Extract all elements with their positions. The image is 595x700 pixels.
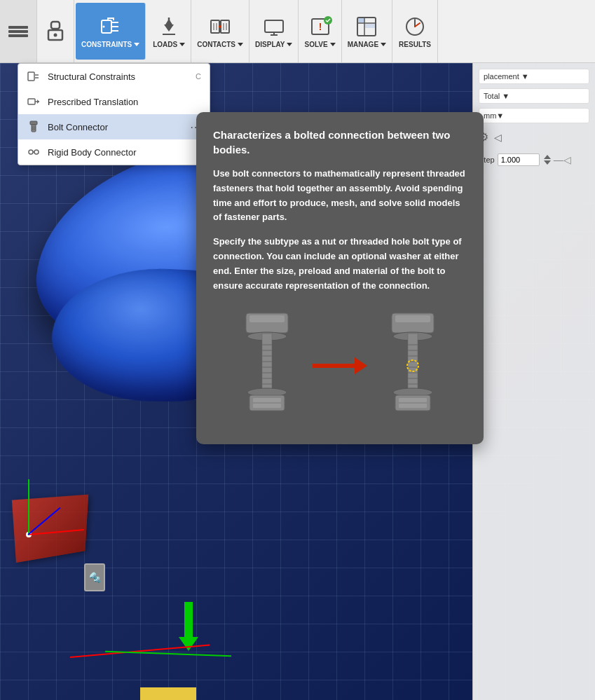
menu-item-structural[interactable]: Structural Constraints C [18, 64, 210, 89]
toolbar-constraints-group[interactable]: CONSTRAINTS [76, 3, 146, 60]
toolbar: CONSTRAINTS LOADS [0, 0, 595, 63]
total-label: Total ▼ [484, 92, 509, 100]
svg-point-42 [29, 150, 33, 154]
manage-label: MANAGE [348, 41, 386, 48]
unit-dropdown[interactable]: mm▼ [479, 108, 589, 123]
results-label: RESULTS [399, 41, 431, 48]
svg-marker-36 [37, 99, 39, 104]
loads-chevron-icon [179, 43, 185, 46]
svg-text:!: ! [318, 21, 322, 32]
results-icon [402, 14, 428, 39]
toolbar-icon-1 [6, 19, 31, 44]
svg-rect-0 [8, 26, 28, 29]
viewport-green-arrow [179, 602, 198, 651]
svg-rect-60 [253, 404, 281, 408]
svg-rect-29 [365, 24, 375, 28]
step-input[interactable] [498, 153, 540, 166]
svg-marker-13 [165, 19, 172, 25]
svg-rect-62 [395, 315, 430, 322]
svg-rect-37 [30, 121, 37, 125]
structural-constraints-icon [27, 69, 41, 83]
tooltip-paragraph2: Specify the subtype as a nut or threaded… [213, 235, 467, 293]
manage-icon [354, 14, 379, 39]
svg-rect-1 [8, 30, 28, 33]
step-slider-icon: —◁ [554, 154, 571, 165]
svg-rect-3 [51, 22, 60, 29]
structural-constraints-shortcut: C [196, 72, 201, 81]
svg-rect-18 [265, 20, 283, 32]
bolt-connector-icon [27, 120, 41, 134]
toolbar-display-group[interactable]: DISPLAY [249, 0, 299, 62]
arrow-head-icon [355, 357, 367, 374]
menu-item-bolt[interactable]: Bolt Connector ⋯ [18, 114, 210, 139]
svg-point-10 [102, 26, 104, 28]
toolbar-loads-group[interactable]: LOADS [147, 0, 191, 62]
bolt-connector-tooltip: Characterizes a bolted connection betwee… [196, 112, 484, 444]
svg-rect-58 [249, 395, 285, 411]
svg-rect-74 [395, 395, 430, 411]
display-chevron-icon [287, 43, 292, 46]
unit-label: mm▼ [484, 111, 504, 120]
total-dropdown[interactable]: Total ▼ [479, 88, 589, 104]
svg-rect-59 [253, 398, 281, 402]
step-up-button[interactable] [544, 155, 551, 159]
solve-icon: ! [308, 14, 333, 39]
svg-rect-15 [221, 20, 229, 33]
display-label: DISPLAY [255, 41, 292, 48]
constraints-chevron-icon [134, 43, 139, 46]
svg-rect-28 [358, 18, 364, 22]
tooltip-paragraph1: Use bolt connectors to mathematically re… [213, 167, 467, 225]
prescribed-translation-label: Prescribed Translation [48, 97, 194, 107]
toolbar-icon-2 [43, 19, 68, 44]
viewport-axis-y [28, 479, 29, 535]
bolt-connector-label: Bolt Connector [48, 122, 183, 132]
svg-rect-75 [399, 398, 427, 402]
arrow-shaft [313, 364, 355, 368]
tooltip-arrow-icon [313, 357, 367, 374]
rigid-body-connector-label: Rigid Body Connector [48, 147, 201, 158]
contacts-chevron-icon [238, 43, 243, 46]
slider-icon: ◁ [494, 132, 502, 143]
viewport-yellow-bar [140, 687, 196, 700]
toolbar-results-group[interactable]: RESULTS [392, 0, 438, 62]
svg-point-5 [54, 33, 57, 36]
menu-item-prescribed[interactable]: Prescribed Translation [18, 89, 210, 114]
svg-rect-31 [28, 72, 34, 81]
prescribed-translation-icon [27, 95, 41, 109]
tooltip-image-area [213, 303, 467, 429]
constraints-dropdown-menu: Structural Constraints C Prescribed Tran… [18, 63, 210, 165]
toolbar-manage-group[interactable]: MANAGE [342, 0, 392, 62]
menu-item-rigid[interactable]: Rigid Body Connector [18, 139, 210, 165]
svg-rect-46 [249, 315, 285, 322]
step-stepper [544, 155, 551, 165]
green-arrow-head [179, 637, 198, 651]
right-panel: placement ▼ Total ▼ mm▼ ⚙ ◁ Step —◁ [472, 63, 595, 700]
placement-label: placement ▼ [484, 72, 529, 81]
bolt-after-image [381, 310, 444, 422]
bolt-before-image [235, 310, 299, 422]
contacts-label: CONTACTS [197, 41, 243, 48]
step-down-button[interactable] [544, 160, 551, 165]
solve-label: SOLVE [304, 41, 335, 48]
svg-point-17 [219, 25, 221, 28]
viewport-bolt-icon: 🔩 [84, 563, 105, 591]
toolbar-group-misc1[interactable] [0, 0, 37, 62]
svg-point-43 [34, 150, 39, 154]
toolbar-contacts-group[interactable]: CONTACTS [191, 0, 249, 62]
toolbar-solve-group[interactable]: ! SOLVE [299, 0, 341, 62]
display-icon [261, 14, 287, 39]
tooltip-title: Characterizes a bolted connection betwee… [213, 128, 467, 157]
loads-label: LOADS [153, 41, 185, 48]
green-arrow-shaft [184, 602, 193, 637]
structural-constraints-label: Structural Constraints [48, 71, 189, 82]
placement-dropdown[interactable]: placement ▼ [479, 69, 589, 84]
rigid-body-connector-icon [27, 145, 41, 159]
manage-chevron-icon [381, 43, 386, 46]
contacts-icon [207, 14, 233, 39]
loads-icon [156, 14, 182, 39]
toolbar-group-misc2[interactable] [37, 0, 74, 62]
constraints-label: CONSTRAINTS [81, 41, 139, 48]
svg-rect-2 [8, 34, 28, 37]
solve-chevron-icon [330, 43, 336, 46]
constraints-icon [98, 14, 123, 39]
